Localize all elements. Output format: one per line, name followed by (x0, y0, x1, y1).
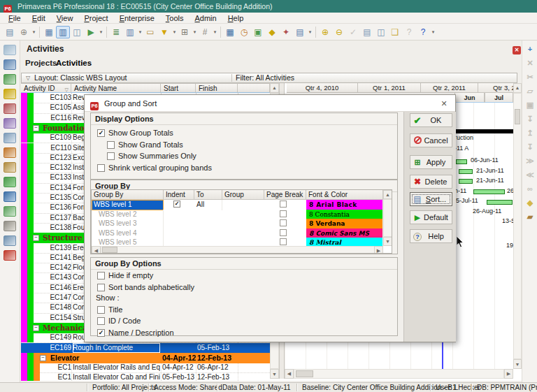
timescale-quarter[interactable]: Qtr 1, 2011 (358, 83, 421, 93)
indent-checkbox[interactable]: ✓ (173, 201, 180, 208)
menu-edit[interactable]: Edit (27, 14, 51, 22)
print-preview-icon[interactable]: ⊕ (17, 26, 31, 38)
dropdown-icon[interactable]: ▾ (137, 26, 143, 38)
zoom-in-icon[interactable]: ⊕ (318, 26, 332, 38)
gantt-hscroll-thumb[interactable] (296, 370, 313, 377)
menu-file[interactable]: File (3, 14, 27, 22)
group-by-row[interactable]: WBS level 48 Comic Sans MS (92, 228, 383, 238)
grid-header-to-level[interactable]: To Level (194, 190, 222, 200)
timescale-quarter[interactable]: Qtr 2, 2011 (421, 83, 478, 93)
menu-view[interactable]: View (51, 14, 79, 22)
zoom-out-icon[interactable]: ⊖ (332, 26, 346, 38)
show-grand-totals-checkbox[interactable] (107, 141, 115, 149)
grid-header-page-break[interactable]: Page Break (264, 190, 306, 200)
gantt-scroll-left[interactable]: ◀ (285, 369, 294, 379)
table-row[interactable]: EC1Install Elevator Rails and Equipment0… (21, 363, 270, 373)
fill-down-icon[interactable]: ↧ (524, 113, 536, 124)
page-break-checkbox[interactable] (280, 210, 287, 217)
column-header-finish[interactable]: Finish (196, 83, 238, 93)
collapse-minus-icon[interactable]: − (33, 235, 39, 241)
activity-bar[interactable] (456, 159, 467, 164)
activity-table-icon[interactable]: ▦ (223, 26, 237, 38)
schedule-clock-icon[interactable]: ◷ (237, 26, 251, 38)
id-code-checkbox[interactable] (97, 317, 105, 325)
cut-icon[interactable]: ✂ (524, 71, 536, 82)
summary-bar[interactable] (455, 129, 513, 133)
collapse-minus-icon[interactable]: − (40, 355, 46, 361)
gantt-hscrollbar[interactable] (294, 369, 504, 379)
outdent-icon[interactable]: ≪ (524, 169, 536, 180)
page-break-checkbox[interactable] (280, 229, 287, 236)
collapse-icon[interactable]: ▽ (26, 73, 30, 82)
group-by-row[interactable]: WBS level 1✓All8 Arial Black (92, 200, 383, 210)
link-icon[interactable]: ∞ (524, 183, 536, 194)
collapse-minus-icon[interactable]: − (33, 125, 39, 131)
sort-bands-alphabetically-checkbox[interactable] (97, 284, 105, 291)
calculator-icon[interactable] (3, 235, 16, 246)
activity-bar[interactable] (487, 200, 513, 205)
dropdown-icon[interactable]: ▾ (430, 26, 436, 38)
briefcase-icon[interactable]: ▰ (524, 211, 536, 222)
help-globe-icon[interactable]: ? (416, 26, 430, 38)
gantt-scroll-right[interactable]: ▶ (504, 369, 513, 379)
dropdown-icon[interactable]: ▾ (192, 26, 198, 38)
dialog-close-button[interactable]: ✕ (438, 98, 450, 109)
grid-header-font-color[interactable]: Font & Color (306, 190, 383, 200)
timescale-month[interactable]: Jun (454, 93, 485, 103)
milestone-icon[interactable]: ◆ (524, 197, 536, 208)
layers-icon[interactable] (3, 191, 16, 202)
grid-vscrollbar[interactable] (383, 199, 392, 237)
trace-logic-icon[interactable]: ▶ (84, 26, 98, 38)
menu-help[interactable]: Help (222, 14, 250, 22)
table-row[interactable]: EC169Rough In Complete05-Feb-13 (21, 343, 270, 354)
grid-header-indent[interactable]: Indent (164, 190, 194, 200)
report-icon[interactable] (3, 221, 16, 231)
apply-button[interactable]: ⊞Apply (410, 155, 452, 169)
paste-icon[interactable]: ▣ (524, 99, 536, 110)
ok-button[interactable]: ✔OK (410, 113, 452, 127)
menu-project[interactable]: Project (78, 14, 113, 22)
page-break-checkbox[interactable] (280, 238, 287, 245)
group-by-row[interactable]: WBS level 28 Constantia (92, 210, 383, 219)
table-scroll-up[interactable]: ▲ (270, 83, 279, 93)
tracking-icon[interactable] (3, 162, 16, 173)
column-header-blank[interactable] (238, 83, 270, 93)
table-row[interactable]: EC1Install Elevator Cab and Finishes05-F… (21, 372, 270, 381)
assign-icon[interactable]: ▤ (293, 26, 307, 38)
group-band-row[interactable]: −Elevator04-Apr-1212-Feb-13 (21, 353, 270, 363)
gantt-vscroll-thumb[interactable] (515, 109, 520, 124)
print-icon[interactable]: ▤ (3, 26, 17, 38)
layout-options-bar[interactable]: ▽ Layout: Classic WBS Layout Filter: All… (21, 73, 517, 83)
menu-enterprise[interactable]: Enterprise (114, 14, 160, 22)
grid-scroll-up[interactable]: ▲ (383, 190, 392, 199)
grid-header-group-interval[interactable]: Group Interval (222, 190, 264, 200)
sort-button[interactable]: ▤Sort... (410, 192, 452, 206)
menu-admin[interactable]: Admin (189, 14, 222, 22)
timescale-icon[interactable]: ▭ (143, 26, 157, 38)
resources-icon[interactable]: ▣ (251, 26, 265, 38)
dropdown-icon[interactable]: ▾ (171, 26, 178, 38)
projects-icon[interactable] (3, 59, 16, 70)
number-icon[interactable]: # (198, 26, 212, 38)
activity-bar[interactable] (459, 169, 473, 174)
progress-bar-icon[interactable] (3, 177, 16, 187)
title-checkbox[interactable] (97, 306, 105, 314)
hint-icon[interactable]: ? (402, 26, 416, 38)
gantt-scroll-down[interactable]: ▼ (513, 359, 522, 369)
hide-if-empty-checkbox[interactable] (97, 272, 105, 280)
vsplit-icon[interactable]: ◫ (374, 26, 388, 38)
comment-icon[interactable]: ❑ (388, 26, 402, 38)
assignments-icon[interactable] (3, 118, 16, 129)
grid-scroll-down[interactable]: ▼ (383, 237, 392, 246)
progress-icon[interactable]: ✦ (279, 26, 293, 38)
timescale-quarter[interactable]: Qtr 3, 2011 (478, 83, 513, 93)
show-group-totals-checkbox[interactable]: ✓ (97, 129, 105, 137)
name-description-checkbox[interactable]: ✓ (97, 329, 105, 337)
dropdown-icon[interactable]: ▾ (98, 26, 104, 38)
shrink-vertical-grouping-bands-checkbox[interactable] (97, 164, 105, 172)
layout-icon[interactable]: ⊞ (178, 26, 192, 38)
project-search-icon[interactable] (3, 45, 16, 55)
delete-icon[interactable]: ✕ (524, 57, 536, 68)
column-header-start[interactable]: Start (161, 83, 196, 93)
help-button[interactable]: ?Help (410, 229, 452, 243)
